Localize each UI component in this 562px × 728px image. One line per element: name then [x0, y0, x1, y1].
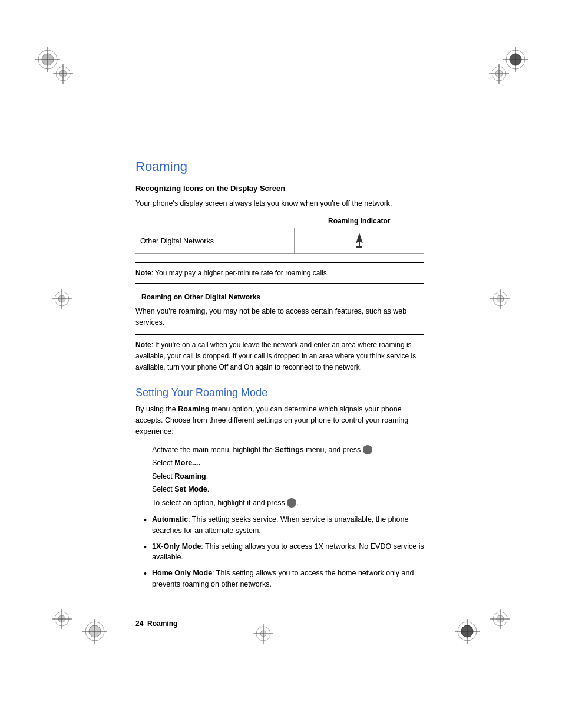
- main-content: Roaming Recognizing Icons on the Display…: [135, 159, 424, 595]
- page: Roaming Recognizing Icons on the Display…: [0, 0, 562, 728]
- section1-title: Recognizing Icons on the Display Screen: [135, 183, 424, 195]
- network-label: Other Digital Networks: [135, 228, 295, 254]
- section2-title: Roaming on Other Digital Networks: [141, 292, 424, 302]
- note-label-1: Note: [135, 269, 151, 277]
- section-roaming-mode: Setting Your Roaming Mode By using the R…: [135, 387, 424, 589]
- table-indicator-col: Roaming Indicator: [295, 215, 425, 228]
- right-margin-line: [447, 94, 447, 607]
- steps-container: Activate the main menu, highlight the Se…: [152, 443, 424, 510]
- reg-mark-bottom-right-inner: [490, 609, 510, 631]
- section2-description: When you're roaming, you may not be able…: [135, 306, 424, 328]
- step-4: Select Set Mode.: [152, 483, 424, 496]
- note-box-2: Note: If you're on a call when you leave…: [135, 334, 424, 379]
- note-text-2: : If you're on a call when you leave the…: [135, 341, 416, 371]
- bullet-1x-only: 1X-Only Mode: This setting allows you to…: [145, 541, 424, 564]
- note-label-2: Note: [135, 341, 151, 349]
- section3-intro: By using the Roaming menu option, you ca…: [135, 404, 424, 437]
- footer-page-number: 24: [135, 620, 143, 628]
- step-5: To select an option, highlight it and pr…: [152, 496, 424, 510]
- section1-description: Your phone's display screen always lets …: [135, 198, 424, 209]
- bullet-automatic: Automatic: This setting seeks service. W…: [145, 514, 424, 536]
- roaming-table: Roaming Indicator Other Digital Networks: [135, 215, 424, 254]
- left-margin-line: [115, 94, 115, 607]
- note-box-1: Note: You may pay a higher per-minute ra…: [135, 262, 424, 284]
- antenna-icon: [352, 232, 366, 248]
- bullet-home-only: Home Only Mode: This setting allows you …: [145, 568, 424, 590]
- footer-section: Roaming: [147, 620, 177, 628]
- section-roaming-digital: Roaming on Other Digital Networks When y…: [135, 292, 424, 378]
- section-recognizing-icons: Recognizing Icons on the Display Screen …: [135, 183, 424, 284]
- page-footer: 24 Roaming: [135, 620, 177, 628]
- reg-mark-top-left-inner: [53, 64, 73, 85]
- section3-title: Setting Your Roaming Mode: [135, 387, 424, 399]
- select-button-icon: [287, 498, 296, 508]
- network-indicator: [295, 228, 425, 254]
- note-text-1: : You may pay a higher per-minute rate f…: [151, 269, 329, 277]
- step-2: Select More....: [152, 456, 424, 470]
- reg-mark-bottom-left-outer: [82, 619, 107, 645]
- step-1: Activate the main menu, highlight the Se…: [152, 443, 424, 457]
- reg-mark-top-right-inner: [489, 64, 509, 85]
- reg-mark-left-mid: [52, 289, 72, 311]
- reg-mark-bottom-left-inner: [52, 609, 72, 631]
- page-title: Roaming: [135, 159, 424, 174]
- reg-mark-right-mid: [490, 289, 510, 311]
- table-label-col: [135, 215, 295, 228]
- reg-mark-bottom-center: [253, 624, 273, 645]
- table-row: Other Digital Networks: [135, 228, 424, 254]
- bullet-list: Automatic: This setting seeks service. W…: [145, 514, 424, 590]
- step-3: Select Roaming.: [152, 470, 424, 483]
- reg-mark-bottom-right-outer: [455, 619, 480, 645]
- menu-button-icon: [363, 445, 372, 454]
